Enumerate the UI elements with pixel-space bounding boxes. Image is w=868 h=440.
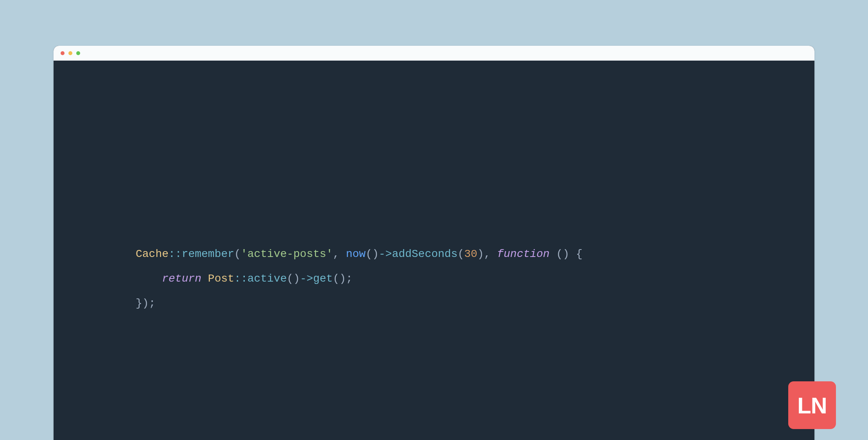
code-token: return xyxy=(162,273,201,285)
code-token: -> xyxy=(379,248,392,260)
code-token: } xyxy=(136,297,142,309)
code-editor: Cache::remember('active-posts', now()->a… xyxy=(54,61,814,440)
code-token: , xyxy=(333,248,346,260)
code-token: , xyxy=(484,248,497,260)
code-token: ) xyxy=(142,297,149,309)
code-token: () xyxy=(366,248,379,260)
window-titlebar xyxy=(54,46,814,61)
code-token: () xyxy=(287,273,300,285)
code-token: now xyxy=(346,248,366,260)
code-token: { xyxy=(576,248,583,260)
code-token: active xyxy=(247,273,287,285)
code-token: get xyxy=(313,273,333,285)
brand-badge: LN xyxy=(788,381,836,429)
code-token xyxy=(569,248,576,260)
code-token: Cache xyxy=(136,248,169,260)
code-token: ; xyxy=(149,297,156,309)
code-token: ( xyxy=(234,248,241,260)
code-token: ' xyxy=(326,248,333,260)
code-token: Post xyxy=(208,273,234,285)
code-token: 30 xyxy=(464,248,477,260)
code-window: Cache::remember('active-posts', now()->a… xyxy=(54,46,814,440)
code-token: ( xyxy=(457,248,464,260)
code-token: function xyxy=(497,248,549,260)
code-token: addSeconds xyxy=(392,248,457,260)
code-token: :: xyxy=(234,273,247,285)
code-token: -> xyxy=(300,273,313,285)
code-token: () xyxy=(333,273,346,285)
code-token xyxy=(136,273,162,285)
close-icon[interactable] xyxy=(61,51,65,55)
minimize-icon[interactable] xyxy=(68,51,72,55)
code-token: :: xyxy=(169,248,182,260)
code-token: active-posts xyxy=(247,248,326,260)
code-token: remember xyxy=(182,248,234,260)
code-token: ' xyxy=(241,248,247,260)
code-token: ; xyxy=(346,273,353,285)
code-token xyxy=(201,273,208,285)
brand-badge-text: LN xyxy=(797,392,827,418)
code-token: ) xyxy=(477,248,484,260)
code-token xyxy=(550,248,556,260)
code-token: () xyxy=(556,248,569,260)
zoom-icon[interactable] xyxy=(76,51,80,55)
